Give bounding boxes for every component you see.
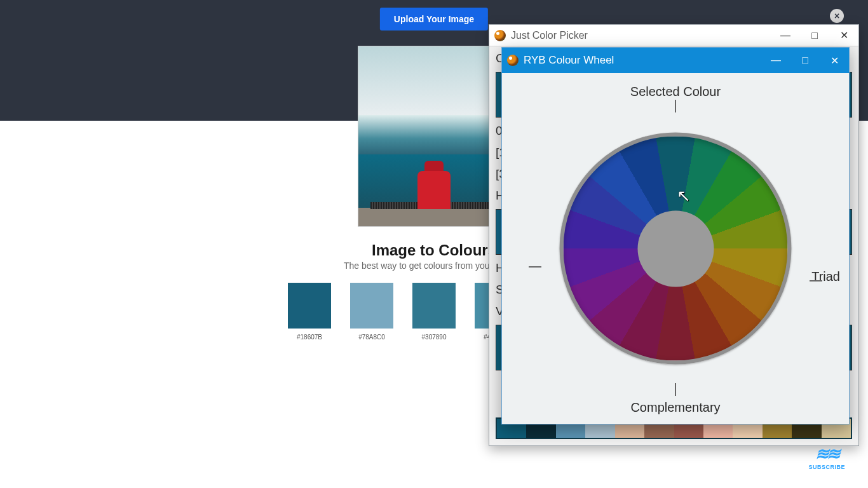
- label-selected-colour: Selected Colour: [630, 85, 721, 99]
- swatch-0[interactable]: #18607B: [288, 283, 331, 341]
- swatch-2[interactable]: #307890: [412, 283, 456, 341]
- tick-triad-left: [529, 266, 541, 268]
- jcp-window-title: Just Color Picker: [511, 30, 588, 41]
- chameleon-icon: [494, 30, 506, 41]
- swatch-chip: [350, 283, 393, 329]
- swatch-1[interactable]: #78A8C0: [350, 283, 393, 341]
- minimize-icon[interactable]: —: [771, 25, 800, 46]
- subscribe-label: SUBSCRIBE: [808, 464, 845, 470]
- swatch-hex: #307890: [412, 334, 456, 341]
- label-triad: Triad: [811, 269, 840, 284]
- jcp-titlebar[interactable]: Just Color Picker — □ ✕: [489, 25, 858, 46]
- swatch-chip: [412, 283, 456, 329]
- swatch-hex: #78A8C0: [350, 334, 393, 341]
- tick-triad-right: [810, 280, 822, 281]
- ryb-window-title: RYB Colour Wheel: [524, 54, 614, 67]
- close-window-icon[interactable]: ✕: [820, 48, 849, 73]
- chameleon-icon: [507, 55, 519, 66]
- dna-icon: ≋≋: [808, 444, 845, 464]
- swatch-chip: [288, 283, 331, 329]
- colour-wheel[interactable]: [560, 133, 792, 365]
- minimize-icon[interactable]: —: [761, 48, 790, 73]
- label-complementary: Complementary: [630, 400, 720, 415]
- page-title: Image to Colours: [372, 241, 496, 259]
- maximize-icon[interactable]: □: [800, 25, 829, 46]
- ryb-colour-wheel-window[interactable]: RYB Colour Wheel — □ ✕ Selected Colour C…: [501, 47, 850, 424]
- ryb-body: Selected Colour Complementary Triad ↖: [502, 73, 849, 424]
- uploaded-image-preview: [358, 46, 510, 227]
- upload-image-button[interactable]: Upload Your Image: [380, 8, 488, 30]
- subscribe-badge[interactable]: ≋≋ SUBSCRIBE: [808, 444, 845, 470]
- close-window-icon[interactable]: ✕: [829, 25, 858, 46]
- swatch-hex: #18607B: [288, 334, 331, 341]
- tick-selected: [675, 100, 676, 112]
- wheel-hub: [637, 210, 714, 287]
- maximize-icon[interactable]: □: [790, 48, 820, 73]
- tick-complementary: [675, 383, 676, 396]
- ryb-titlebar[interactable]: RYB Colour Wheel — □ ✕: [502, 48, 849, 73]
- close-icon[interactable]: ×: [830, 9, 844, 23]
